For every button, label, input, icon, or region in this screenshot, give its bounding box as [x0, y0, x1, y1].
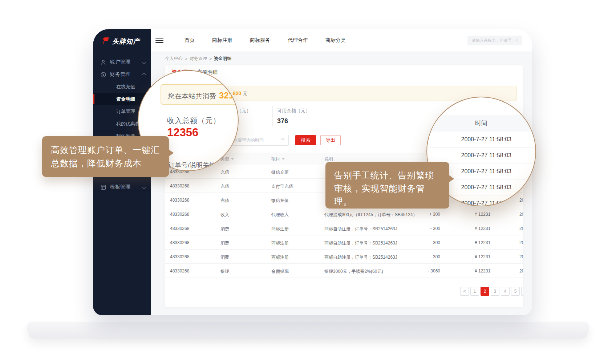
table-row: 48330268 收入 代理收入 代理提成300元（ID:1245，订单号：SB… [165, 207, 523, 221]
magnified-time-header: 时间 [427, 115, 535, 132]
cell-order: 48330268 [170, 212, 189, 217]
cell-balance: ¥ 12231 [475, 240, 490, 245]
tooltip-arrow-icon [449, 175, 454, 182]
sidebar-item-label: 账户管理 [110, 59, 130, 65]
breadcrumb-finance[interactable]: 财务管理 [190, 56, 207, 62]
cell-order: 48330268 [170, 198, 189, 203]
magnified-income-label: 收入总额（元） [167, 116, 220, 126]
hamburger-menu-icon[interactable] [155, 36, 163, 44]
cell-type: 充值 [220, 198, 229, 204]
cell-time: 2000-7-27 11:58:03 [519, 198, 523, 203]
chevron-down-icon [142, 60, 146, 64]
breadcrumb-personal-center[interactable]: 个人中心 [165, 56, 183, 62]
nav-item-trademark-register[interactable]: 商标注册 [203, 37, 241, 44]
cell-amount: - 300 [420, 240, 440, 245]
nav-item-agency[interactable]: 代理合作 [279, 37, 317, 44]
cell-desc: 商标自助注册，订单号：SB2514263J [324, 254, 397, 260]
cell-time: 2000-7-27 11:58:03 [519, 226, 523, 231]
col-project-label: 项目 [271, 156, 280, 161]
consumption-amount: 820 [233, 90, 241, 96]
pagination-page-2[interactable]: 2 [481, 287, 489, 296]
cell-time: 2000-7-27 11:58:03 [519, 254, 523, 259]
pagination-page-5[interactable]: 5 [511, 287, 520, 296]
cell-desc: 商标自助注册，订单号：SB2514263J [324, 240, 397, 246]
brand-logo[interactable]: 头牌知产 [93, 29, 151, 54]
cell-balance: ¥ 12231 [475, 268, 490, 274]
cell-project: 支付宝充值 [271, 183, 293, 190]
table-row: 48330268 提现 余额提现 提现3000元，手续费2%(60元) - 30… [165, 264, 523, 278]
nav-item-trademark-classes[interactable]: 商标分类 [317, 37, 354, 44]
export-button[interactable]: 导出 [320, 135, 341, 145]
col-desc-header: 说明 [324, 156, 333, 162]
cell-balance: ¥ 12231 [475, 226, 490, 231]
magnified-time-cell: 2000-7-27 11:58:03 [427, 147, 535, 163]
sidebar-item-finance[interactable]: 财务管理 [93, 68, 151, 81]
cell-amount: - 3060 [420, 268, 440, 274]
tooltip-left: 高效管理账户订单、一键汇总数据，降低财务成本 [42, 136, 169, 177]
user-icon [100, 59, 106, 65]
cell-project: 微信充值 [271, 169, 289, 175]
cell-type: 提现 [220, 268, 229, 275]
cell-type: 消费 [220, 254, 229, 260]
table-row: 48330268 消费 商标注册 商标自助注册，订单号：SB2514263J -… [165, 250, 523, 264]
pagination: < 1 2 3 4 5 [460, 287, 523, 296]
cell-type: 消费 [220, 240, 229, 246]
nav-item-home[interactable]: 首页 [176, 37, 203, 44]
pagination-page-3[interactable]: 3 [491, 287, 499, 296]
breadcrumb-separator: > [209, 56, 212, 61]
cell-project: 商标注册 [271, 226, 289, 232]
tooltip-left-text: 高效管理账户订单、一键汇总数据，降低财务成本 [51, 145, 160, 168]
sidebar-item-account[interactable]: 账户管理 [93, 56, 151, 68]
cell-balance: ¥ 12231 [475, 212, 490, 217]
cell-project: 余额提现 [271, 268, 289, 275]
magnified-income-value: 12356 [167, 126, 198, 139]
breadcrumb: 个人中心 > 财务管理 > 资金明细 [151, 52, 532, 65]
cell-type: 充值 [220, 169, 229, 175]
template-icon [100, 184, 106, 190]
laptop-base [27, 322, 589, 339]
cell-order: 48330268 [170, 240, 189, 245]
stat-label: 可用余额（元） [277, 108, 310, 114]
cell-project: 代理收入 [271, 212, 289, 218]
tooltip-right: 告别手工统计、告别繁琐审核，实现智能财务管理。 [325, 162, 449, 209]
cell-desc: 代理提成300元（ID:1245，订单号：SB45124） [324, 212, 417, 218]
consumption-banner-text: 820元 [233, 90, 247, 97]
sidebar-subitem-label: 资金明细 [116, 96, 135, 102]
sidebar-item-label: 模板管理 [110, 184, 130, 190]
cell-time: 2000-7-27 11:58:03 [519, 240, 523, 245]
stat-divider [272, 106, 273, 126]
breadcrumb-separator: > [185, 56, 187, 61]
nav-item-trademark-services[interactable]: 商标服务 [241, 37, 279, 44]
chevron-down-icon [142, 185, 146, 189]
cell-order: 48330268 [170, 183, 189, 189]
trademark-search-input[interactable] [467, 36, 522, 45]
pagination-next-stub[interactable] [521, 287, 523, 296]
cell-order: 48330268 [170, 268, 189, 274]
col-project-header[interactable]: 项目 [271, 156, 285, 162]
sidebar-subitem-label: 在线充值 [116, 84, 135, 90]
pagination-page-1[interactable]: 1 [470, 287, 479, 296]
stat-value: 376 [277, 117, 310, 125]
sidebar-subitem-label: 订单管理 [116, 108, 135, 115]
magnified-banner-text: 您在本站共消费32124 [168, 90, 239, 101]
laptop-mockup: 头牌知产 账户管理 财务管理 在线充值 [0, 0, 616, 364]
cell-type: 充值 [220, 183, 229, 190]
cell-time: 2000-7-27 11:58:03 [519, 268, 523, 274]
cell-order: 48330268 [170, 254, 189, 259]
magnified-banner-prefix: 您在本站共消费 [168, 92, 216, 100]
sidebar-item-online-recharge[interactable]: 在线充值 [93, 81, 151, 93]
chevron-up-icon [142, 73, 146, 76]
pagination-prev[interactable]: < [460, 287, 469, 296]
cell-desc: 提现3000元，手续费2%(60元) [324, 268, 383, 275]
sidebar-item-templates[interactable]: 模板管理 [93, 181, 151, 193]
sidebar-item-label: 财务管理 [110, 71, 130, 78]
tooltip-right-text: 告别手工统计、告别繁琐审核，实现智能财务管理。 [334, 170, 434, 206]
cell-project: 商标注册 [271, 254, 289, 260]
table-row: 48330268 消费 商标注册 商标自助注册，订单号：SB2514263J -… [165, 235, 523, 250]
cell-amount: + 300 [420, 212, 440, 217]
search-button[interactable]: 搜索 [295, 135, 316, 145]
pagination-page-4[interactable]: 4 [501, 287, 510, 296]
consumption-unit: 元 [243, 91, 247, 96]
finance-icon [100, 72, 106, 78]
cell-balance: ¥ 12231 [475, 254, 490, 259]
